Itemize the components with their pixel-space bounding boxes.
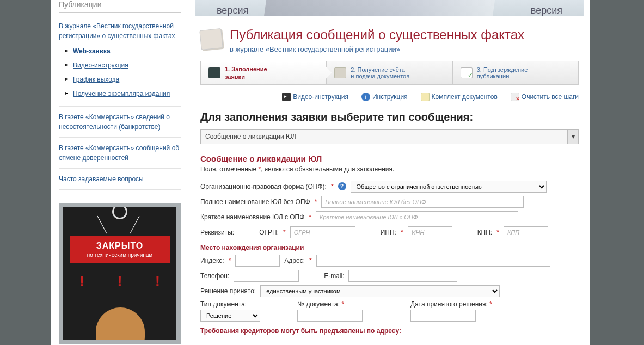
ogrn-input[interactable] [290, 226, 355, 238]
sidebar-title: Публикации [59, 0, 181, 13]
step-2[interactable]: 2. Получение счётаи подача документов [327, 61, 452, 84]
address-input[interactable] [316, 255, 550, 267]
form-heading: Сообщение о ликвидации ЮЛ [200, 154, 579, 163]
sidebar-links: Web-заявка Видео-инструкция График выход… [65, 44, 181, 101]
sidebar-faq[interactable]: Часто задаваемые вопросы [59, 169, 181, 190]
sidebar-link-web[interactable]: Web-заявка [73, 47, 111, 55]
bill-icon [334, 67, 346, 78]
decision-select[interactable]: единственным участником [260, 285, 500, 297]
toolbar-video[interactable]: Видео-инструкция [282, 93, 348, 101]
sidebar-block-kommersant-poa[interactable]: В газете «Коммерсантъ» сообщений об отме… [59, 138, 181, 169]
chevron-down-icon: ▾ [567, 130, 578, 144]
help-icon[interactable]: ? [338, 182, 346, 190]
creditors-heading: Требования кредиторов могут быть предъяв… [200, 327, 579, 335]
page-title: Публикация сообщений о существенных факт… [230, 27, 524, 43]
required-note: Поля, отмеченные *, являются обязательны… [200, 165, 579, 173]
shortname-input[interactable] [316, 211, 518, 223]
section-title: Для заполнения заявки выберите тип сообщ… [200, 111, 579, 124]
promo-sign: ЗАКРЫТО по техническим причинам [70, 236, 170, 263]
sidebar: Публикации В журнале «Вестник государств… [51, 0, 189, 345]
top-banner: версия версия [195, 0, 584, 16]
page-header: Публикация сообщений о существенных факт… [200, 27, 579, 53]
location-heading: Место нахождения организации [200, 244, 579, 251]
shortname-label: Краткое наименование ЮЛ с ОПФ [200, 213, 304, 221]
docdate-input[interactable] [410, 310, 476, 322]
sidebar-block-vestnik: В журнале «Вестник государственной регис… [59, 18, 181, 107]
documents-icon [199, 28, 223, 50]
fullname-input[interactable] [321, 196, 524, 208]
laptop-icon [208, 67, 220, 78]
toolbar-clear[interactable]: Очистить все шаги [511, 93, 579, 101]
email-input[interactable] [348, 270, 457, 282]
wizard-steps: 1. Заполнениезаявки 2. Получение счётаи … [200, 61, 579, 85]
fullname-label: Полное наименование ЮЛ без ОПФ [200, 198, 310, 206]
step-3[interactable]: 3. Подтверждениепубликации [453, 61, 578, 84]
sidebar-link-getcopy[interactable]: Получение экземпляра издания [73, 90, 170, 97]
toolbar: Видео-инструкция iИнструкция Комплект до… [200, 93, 579, 101]
clear-icon [511, 93, 519, 101]
phone-input[interactable] [234, 270, 299, 282]
opf-select[interactable]: Общество с ограниченной ответственностью [351, 181, 547, 193]
confirm-icon [461, 67, 473, 78]
kpp-input[interactable] [504, 226, 548, 238]
sidebar-link-schedule[interactable]: График выхода [73, 76, 119, 83]
requisites-label: Реквизиты: [200, 229, 234, 236]
toolbar-docs[interactable]: Комплект документов [421, 93, 498, 101]
opf-label: Организационно-правовая форма (ОПФ): [200, 183, 327, 190]
video-icon [282, 93, 291, 101]
promo-closed[interactable]: ЗАКРЫТО по техническим причинам !!! [59, 203, 181, 344]
message-type-select[interactable]: Сообщение о ликвидации ЮЛ ▾ [200, 129, 579, 144]
toolbar-instruction[interactable]: iИнструкция [361, 93, 408, 101]
sidebar-link-video[interactable]: Видео-инструкция [73, 61, 128, 69]
inn-input[interactable] [408, 226, 452, 238]
main: версия версия Публикация сообщений о сущ… [189, 0, 590, 345]
step-1[interactable]: 1. Заполнениезаявки [201, 61, 327, 84]
index-input[interactable] [235, 255, 280, 267]
docs-icon [421, 93, 430, 101]
info-icon: i [361, 93, 370, 101]
docnum-input[interactable] [297, 310, 363, 322]
page-subtitle: в журнале «Вестник государственной регис… [230, 45, 524, 53]
doctype-select[interactable]: Решение [200, 310, 260, 322]
sidebar-block-kommersant-bankrupt[interactable]: В газете «Коммерсантъ» сведений о несост… [59, 107, 181, 138]
